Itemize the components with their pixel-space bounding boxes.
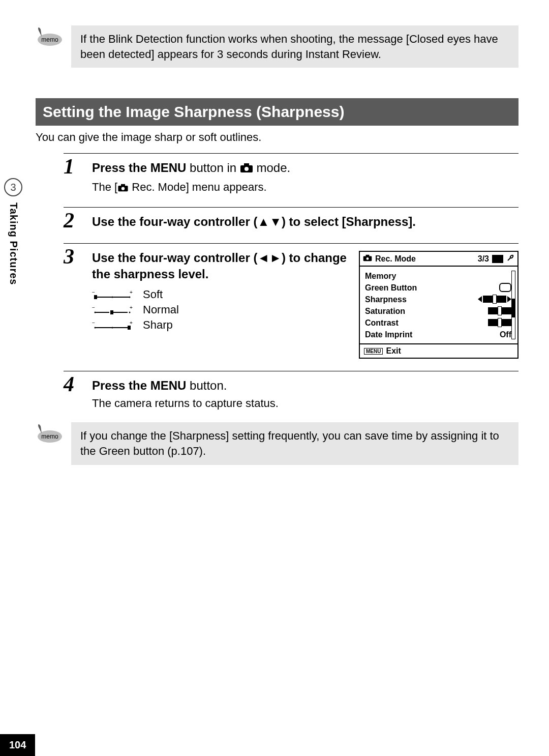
camera-icon [117, 182, 129, 195]
svg-point-4 [245, 167, 249, 171]
step-number: 3 [64, 246, 82, 359]
svg-text:+: + [130, 305, 133, 310]
step-description: The camera returns to capture status. [92, 397, 518, 410]
lcd-menu-item: Saturation [365, 307, 405, 316]
sharpness-level-item: −+ Sharp [92, 318, 348, 332]
svg-rect-27 [366, 255, 370, 257]
section-intro: You can give the image sharp or soft out… [36, 131, 518, 144]
slider-value-icon [478, 296, 511, 303]
memo-text: If the Blink Detection function works wh… [80, 33, 498, 61]
svg-point-18 [95, 311, 96, 313]
lcd-header: Rec. Mode 3/3 [360, 252, 517, 267]
step: 2 Use the four-way controller (▲▼) to se… [64, 207, 518, 231]
svg-text:−: − [92, 305, 95, 310]
level-label: Normal [143, 303, 179, 316]
svg-point-24 [95, 327, 96, 328]
lcd-menu-item: Memory [365, 272, 396, 281]
lcd-title: Rec. Mode [375, 254, 416, 264]
camera-lcd-screenshot: Rec. Mode 3/3 Memory Green Button Sharpn… [359, 251, 518, 359]
step-title: Use the four-way controller (◄►) to chan… [92, 250, 348, 283]
lcd-page-indicator: 3/3 [478, 254, 489, 264]
step: 3 Use the four-way controller (◄►) to ch… [64, 243, 518, 359]
step-number: 2 [64, 210, 82, 231]
memo-icon: memo [36, 423, 64, 448]
step-number: 1 [64, 156, 82, 194]
lcd-menu-item-selected: Sharpness [365, 295, 407, 304]
svg-text:memo: memo [41, 433, 58, 440]
svg-text:memo: memo [41, 36, 58, 43]
svg-rect-23 [128, 326, 131, 330]
chapter-label: Taking Pictures [8, 202, 19, 285]
svg-rect-17 [110, 310, 113, 314]
slider-value-icon [488, 307, 511, 314]
svg-text:−: − [92, 290, 95, 295]
menu-button-label: MENU [364, 348, 383, 355]
slider-normal-icon: −+ [92, 305, 133, 314]
memo-box: memo If the Blink Detection function wor… [71, 25, 518, 68]
svg-rect-3 [244, 163, 249, 166]
lcd-menu-body: Memory Green Button Sharpness Saturation… [360, 267, 517, 343]
page-number: 104 [0, 734, 35, 756]
memo-icon: memo [36, 26, 64, 51]
lcd-scrollbar [511, 271, 515, 339]
svg-point-7 [121, 187, 125, 190]
memo-text: If you change the [Sharpness] setting fr… [80, 429, 499, 457]
svg-point-19 [129, 311, 131, 313]
lcd-menu-item: Date Imprint [365, 330, 412, 339]
level-label: Sharp [143, 318, 173, 332]
svg-text:+: + [130, 321, 133, 326]
slider-value-icon [488, 319, 511, 326]
sharpness-levels-list: −+ Soft −+ Normal −+ Sharp [92, 288, 348, 332]
svg-point-25 [112, 327, 113, 328]
lcd-footer: MENU Exit [360, 343, 517, 358]
lcd-menu-value: Off [500, 330, 511, 339]
left-right-arrow-icon: ◄► [257, 251, 282, 265]
section-heading: Setting the Image Sharpness (Sharpness) [36, 98, 518, 126]
svg-rect-6 [121, 184, 125, 187]
camera-icon [363, 254, 372, 264]
slider-sharp-icon: −+ [92, 321, 133, 330]
step-title: Press the MENU button. [92, 377, 518, 394]
sharpness-level-item: −+ Soft [92, 288, 348, 301]
chapter-side-tab: 3 Taking Pictures [0, 178, 26, 285]
sharpness-level-item: −+ Normal [92, 303, 348, 316]
level-label: Soft [143, 288, 163, 301]
svg-text:+: + [130, 290, 133, 295]
lcd-menu-item: Contrast [365, 318, 399, 328]
svg-rect-11 [94, 295, 97, 299]
slider-soft-icon: −+ [92, 290, 133, 299]
step-title: Use the four-way controller (▲▼) to sele… [92, 214, 518, 230]
memo-box: memo If you change the [Sharpness] setti… [71, 422, 518, 464]
wrench-icon [506, 254, 514, 264]
lcd-menu-item: Green Button [365, 283, 417, 293]
step-number: 4 [64, 373, 82, 410]
up-down-arrow-icon: ▲▼ [257, 215, 282, 228]
svg-point-12 [112, 296, 113, 298]
chapter-number-badge: 3 [4, 178, 22, 196]
svg-point-13 [129, 296, 131, 298]
step-title: Press the MENU button in mode. [92, 160, 518, 177]
svg-point-28 [367, 257, 369, 260]
step: 4 Press the MENU button. The camera retu… [64, 371, 518, 410]
svg-text:−: − [92, 321, 95, 326]
lcd-exit-label: Exit [386, 346, 401, 356]
step-description: The [ Rec. Mode] menu appears. [92, 181, 518, 195]
green-button-icon [499, 283, 511, 292]
manual-page: 3 Taking Pictures memo If the Blink Dete… [0, 0, 549, 756]
step: 1 Press the MENU button in mode. The [ R… [64, 153, 518, 194]
camera-icon [240, 161, 253, 177]
tab-icon [492, 255, 503, 263]
